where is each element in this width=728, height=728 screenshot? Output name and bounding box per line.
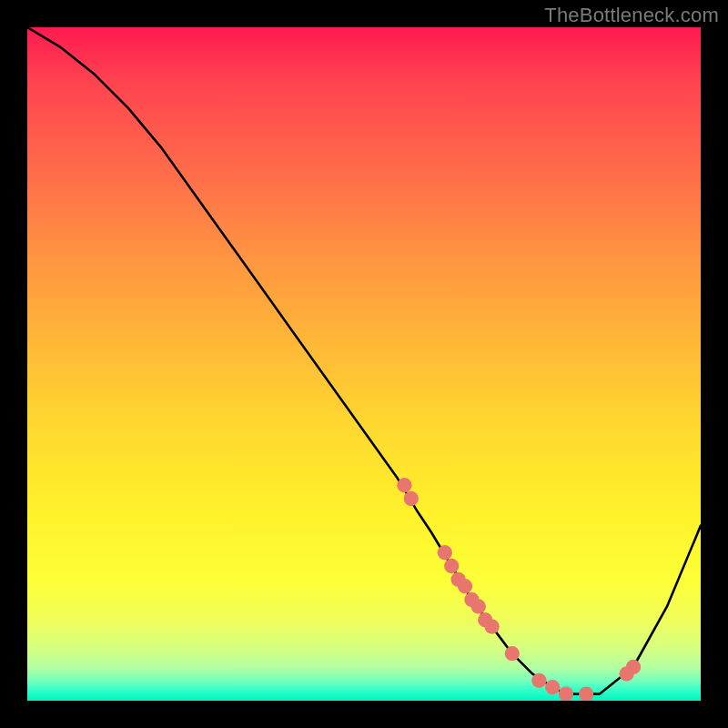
scatter-dots xyxy=(397,478,641,701)
scatter-dot xyxy=(545,680,560,694)
scatter-dot xyxy=(397,478,411,492)
bottleneck-curve xyxy=(27,27,701,694)
scatter-dot xyxy=(471,599,486,613)
scatter-dot xyxy=(458,579,472,593)
chart-svg xyxy=(27,27,701,701)
scatter-dot xyxy=(531,673,546,688)
chart-frame: TheBottleneck.com xyxy=(0,0,728,728)
plot-area xyxy=(27,27,701,701)
scatter-dot xyxy=(579,686,593,701)
scatter-dot xyxy=(444,559,459,573)
scatter-dot xyxy=(559,686,573,701)
scatter-dot xyxy=(438,545,452,560)
scatter-dot xyxy=(626,660,641,674)
scatter-dot xyxy=(505,646,520,661)
scatter-dot xyxy=(484,619,499,633)
watermark-text: TheBottleneck.com xyxy=(544,4,719,27)
scatter-dot xyxy=(404,491,419,506)
